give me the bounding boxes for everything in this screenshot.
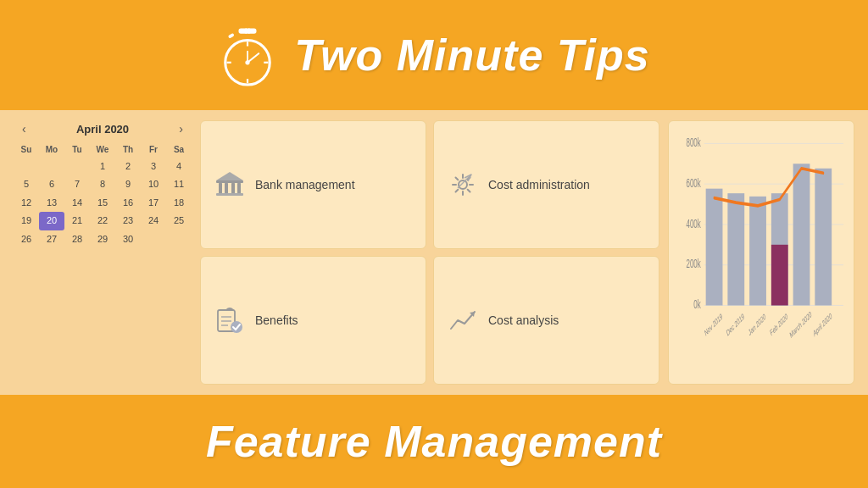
benefits-icon <box>214 305 245 336</box>
svg-point-11 <box>246 60 250 64</box>
calendar-day-21[interactable]: 21 <box>64 212 90 230</box>
svg-marker-13 <box>216 172 243 180</box>
calendar-grid: Su Mo Tu We Th Fr Sa 1234567891011121314… <box>14 142 192 248</box>
svg-point-19 <box>459 180 467 189</box>
calendar-day-20[interactable]: 20 <box>39 212 64 230</box>
prev-month-button[interactable]: ‹ <box>17 120 31 137</box>
calendar-day-30[interactable]: 30 <box>115 230 141 248</box>
calendar-empty-cell <box>64 158 90 175</box>
svg-text:Nov 2019: Nov 2019 <box>704 312 723 339</box>
svg-rect-18 <box>216 193 243 196</box>
calendar-day-18[interactable]: 18 <box>166 194 192 212</box>
svg-rect-0 <box>239 29 257 34</box>
calendar-day-22[interactable]: 22 <box>90 212 115 230</box>
chart-svg: 800k 600k 400k 200k 0k <box>677 128 845 377</box>
calendar-panel: ‹ April 2020 › Su Mo Tu We Th Fr Sa 1234… <box>14 120 192 385</box>
cal-header-th: Th <box>115 142 141 158</box>
calendar-week-row: 567891011 <box>14 175 192 193</box>
calendar-day-3[interactable]: 3 <box>141 158 166 175</box>
cards-panel: Bank management Cost administration <box>200 120 659 385</box>
bar-dec2019 <box>727 193 744 305</box>
card-benefits-label: Benefits <box>255 313 298 327</box>
calendar-day-24[interactable]: 24 <box>141 212 166 230</box>
calendar-day-28[interactable]: 28 <box>64 230 90 248</box>
cal-header-tu: Tu <box>64 142 90 158</box>
calendar-day-9[interactable]: 9 <box>115 175 141 193</box>
next-month-button[interactable]: › <box>174 120 188 137</box>
cal-header-we: We <box>90 142 115 158</box>
svg-text:400k: 400k <box>687 216 701 230</box>
svg-text:0k: 0k <box>693 297 700 311</box>
calendar-day-1[interactable]: 1 <box>90 158 115 175</box>
stopwatch-icon <box>218 25 277 85</box>
calendar-day-6[interactable]: 6 <box>39 175 64 193</box>
card-bank-management-label: Bank management <box>255 178 355 191</box>
calendar-week-row: 12131415161718 <box>14 194 192 212</box>
card-bank-management[interactable]: Bank management <box>200 120 426 249</box>
svg-rect-15 <box>225 183 228 193</box>
svg-text:600k: 600k <box>687 175 701 190</box>
bar-mar2020 <box>793 164 810 305</box>
calendar-day-4[interactable]: 4 <box>166 158 192 175</box>
card-cost-analysis-label: Cost analysis <box>488 313 559 327</box>
cal-header-fr: Fr <box>141 142 166 158</box>
main-container: Two Minute Tips ‹ April 2020 › Su Mo Tu … <box>0 0 868 488</box>
card-benefits[interactable]: Benefits <box>200 256 426 385</box>
cal-header-su: Su <box>14 142 39 158</box>
calendar-week-row: 2627282930 <box>14 230 192 248</box>
bar-feb2020-accent <box>771 245 788 306</box>
calendar-nav: ‹ April 2020 › <box>14 120 192 137</box>
calendar-empty-cell <box>39 158 64 175</box>
bar-jan2020 <box>749 197 766 306</box>
calendar-day-2[interactable]: 2 <box>115 158 141 175</box>
bottom-title: Feature Management <box>206 416 662 467</box>
svg-text:March 2020: March 2020 <box>789 309 813 341</box>
calendar-day-29[interactable]: 29 <box>90 230 115 248</box>
svg-rect-12 <box>216 180 243 183</box>
calendar-month-year: April 2020 <box>76 123 129 136</box>
calendar-day-15[interactable]: 15 <box>90 194 115 212</box>
calendar-empty-cell <box>166 230 192 248</box>
calendar-day-5[interactable]: 5 <box>14 175 39 193</box>
calendar-day-11[interactable]: 11 <box>166 175 192 193</box>
cal-header-mo: Mo <box>39 142 64 158</box>
calendar-day-16[interactable]: 16 <box>115 194 141 212</box>
svg-text:Feb 2020: Feb 2020 <box>769 312 788 338</box>
calendar-day-23[interactable]: 23 <box>115 212 141 230</box>
calendar-body: 1234567891011121314151617181920212223242… <box>14 158 192 248</box>
card-cost-analysis[interactable]: Cost analysis <box>433 256 659 385</box>
calendar-week-row: 1234 <box>14 158 192 175</box>
calendar-header-row: Su Mo Tu We Th Fr Sa <box>14 142 192 158</box>
bar-nov2019 <box>706 189 723 306</box>
calendar-day-19[interactable]: 19 <box>14 212 39 230</box>
calendar-day-27[interactable]: 27 <box>39 230 64 248</box>
calendar-day-13[interactable]: 13 <box>39 194 64 212</box>
svg-text:800k: 800k <box>687 135 701 149</box>
middle-section: ‹ April 2020 › Su Mo Tu We Th Fr Sa 1234… <box>0 110 868 395</box>
svg-text:Jan 2020: Jan 2020 <box>748 312 767 338</box>
bottom-section: Feature Management <box>0 395 868 488</box>
calendar-day-10[interactable]: 10 <box>141 175 166 193</box>
svg-rect-16 <box>231 183 235 193</box>
calendar-day-25[interactable]: 25 <box>166 212 192 230</box>
chart-panel: 800k 600k 400k 200k 0k <box>668 120 854 385</box>
cal-header-sa: Sa <box>166 142 192 158</box>
svg-rect-17 <box>237 183 241 193</box>
bar-apr2020 <box>815 169 832 306</box>
calendar-day-17[interactable]: 17 <box>141 194 166 212</box>
top-title: Two Minute Tips <box>294 30 649 80</box>
cost-analysis-icon <box>448 305 478 336</box>
svg-rect-14 <box>219 183 222 193</box>
calendar-day-12[interactable]: 12 <box>14 194 39 212</box>
calendar-day-7[interactable]: 7 <box>64 175 90 193</box>
calendar-day-14[interactable]: 14 <box>64 194 90 212</box>
calendar-empty-cell <box>14 158 39 175</box>
top-section: Two Minute Tips <box>0 0 868 110</box>
calendar-day-26[interactable]: 26 <box>14 230 39 248</box>
svg-text:200k: 200k <box>687 257 701 271</box>
cost-admin-icon <box>448 169 478 200</box>
card-cost-admin-label: Cost administration <box>488 178 590 191</box>
calendar-day-8[interactable]: 8 <box>90 175 115 193</box>
card-cost-administration[interactable]: Cost administration <box>433 120 659 249</box>
svg-rect-3 <box>228 33 235 39</box>
